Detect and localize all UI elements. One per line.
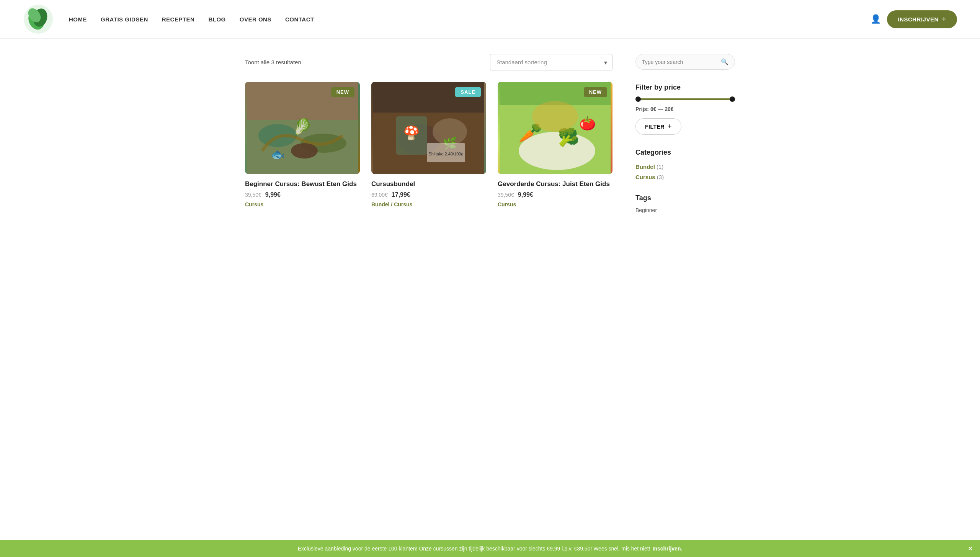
tags-title: Tags xyxy=(635,194,735,202)
filter-by-price-title: Filter by price xyxy=(635,83,735,91)
svg-text:🐟: 🐟 xyxy=(271,148,285,162)
filter-by-price-section: Filter by price Prijs: 0€ — 20€ FILTER + xyxy=(635,83,735,135)
product-category-link-2a[interactable]: Bundel xyxy=(371,201,389,207)
price-max-value: 20€ xyxy=(665,106,673,112)
categories-section: Categories Bundel (1) Cursus (3) xyxy=(635,149,735,180)
product-title-2: Cursusbundel xyxy=(371,180,486,188)
category-list: Bundel (1) Cursus (3) xyxy=(635,163,735,180)
nav-home[interactable]: HOME xyxy=(69,16,87,23)
product-category-3[interactable]: Cursus xyxy=(498,201,612,207)
inschrijven-label: INSCHRIJVEN xyxy=(898,16,938,23)
product-price-2: 69,00€ 17,99€ xyxy=(371,191,486,198)
category-count-cursus-val: (3) xyxy=(657,174,664,180)
price-label-text: Prijs: xyxy=(635,106,649,112)
main-nav: HOME GRATIS GIDSEN RECEPTEN BLOG OVER ON… xyxy=(69,16,871,23)
main-container: Toont alle 3 resultaten Standaard sorter… xyxy=(222,39,758,243)
product-image-wrapper-1: 🥬 🐟 NEW xyxy=(245,82,360,174)
logo[interactable] xyxy=(23,4,54,34)
category-name-cursus: Cursus xyxy=(635,174,655,180)
product-price-new-3: 9,99€ xyxy=(518,191,533,198)
product-title-3: Gevorderde Cursus: Juist Eten Gids xyxy=(498,180,612,188)
product-badge-1: NEW xyxy=(331,87,354,97)
tag-link-beginner[interactable]: Beginner xyxy=(635,207,657,213)
product-card-3[interactable]: 🥕 🥦 🍅 NEW Gevorderde Cursus: Juist Eten … xyxy=(498,82,612,207)
product-price-1: 39,50€ 9,99€ xyxy=(245,191,360,198)
product-price-old-2: 69,00€ xyxy=(371,192,388,198)
filter-plus-icon: + xyxy=(668,123,672,131)
categories-title: Categories xyxy=(635,149,735,157)
product-price-old-3: 39,50€ xyxy=(498,192,514,198)
price-arrow: — xyxy=(658,106,663,112)
product-grid: 🥬 🐟 NEW Beginner Cursus: Bewust Eten Gid… xyxy=(245,82,612,207)
price-label: Prijs: 0€ — 20€ xyxy=(635,106,735,112)
account-icon[interactable]: 👤 xyxy=(871,14,881,24)
category-name-bundel: Bundel xyxy=(635,163,655,170)
search-input[interactable] xyxy=(642,59,721,65)
header-right: 👤 INSCHRIJVEN + xyxy=(871,10,957,28)
category-separator-2: / xyxy=(391,201,394,207)
inschrijven-plus-icon: + xyxy=(942,15,946,24)
product-price-new-1: 9,99€ xyxy=(265,191,281,198)
sidebar: 🔍 Filter by price Prijs: 0€ — 20€ FILTER… xyxy=(635,54,735,227)
product-badge-2: SALE xyxy=(455,87,481,97)
inschrijven-button[interactable]: INSCHRIJVEN + xyxy=(887,10,957,28)
product-badge-3: NEW xyxy=(584,87,607,97)
svg-text:🍅: 🍅 xyxy=(579,115,596,131)
category-link-cursus[interactable]: Cursus (3) xyxy=(635,174,664,180)
nav-recepten[interactable]: RECEPTEN xyxy=(162,16,195,23)
product-card-2[interactable]: 🍄 🌿 Shiitake 2.40/100g SALE Cursusbundel… xyxy=(371,82,486,207)
product-category-1[interactable]: Cursus xyxy=(245,201,360,207)
sort-select[interactable]: Standaard sorteringSorteren op popularit… xyxy=(490,54,612,70)
price-slider-track[interactable] xyxy=(635,98,735,100)
product-category-link-3[interactable]: Cursus xyxy=(498,201,516,207)
tags-section: Tags Beginner xyxy=(635,194,735,214)
product-title-1: Beginner Cursus: Bewust Eten Gids xyxy=(245,180,360,188)
category-item-bundel: Bundel (1) xyxy=(635,163,735,170)
product-price-3: 39,50€ 9,99€ xyxy=(498,191,612,198)
svg-text:Shiitake 2.40/100g: Shiitake 2.40/100g xyxy=(428,152,463,156)
price-slider-thumb-left[interactable] xyxy=(635,96,641,102)
product-category-2[interactable]: Bundel / Cursus xyxy=(371,201,486,207)
svg-text:🥬: 🥬 xyxy=(293,117,312,136)
products-area: Toont alle 3 resultaten Standaard sorter… xyxy=(245,54,612,227)
price-min-value: 0€ xyxy=(650,106,657,112)
svg-point-26 xyxy=(532,101,578,132)
product-price-old-1: 39,50€ xyxy=(245,192,261,198)
category-link-bundel[interactable]: Bundel (1) xyxy=(635,163,663,170)
category-item-cursus: Cursus (3) xyxy=(635,174,735,180)
sort-wrapper: Standaard sorteringSorteren op popularit… xyxy=(490,54,612,70)
search-box: 🔍 xyxy=(635,54,735,70)
product-price-new-2: 17,99€ xyxy=(392,191,410,198)
svg-point-8 xyxy=(291,143,318,158)
product-card-1[interactable]: 🥬 🐟 NEW Beginner Cursus: Bewust Eten Gid… xyxy=(245,82,360,207)
header: HOME GRATIS GIDSEN RECEPTEN BLOG OVER ON… xyxy=(0,0,980,39)
nav-over-ons[interactable]: OVER ONS xyxy=(240,16,271,23)
price-slider-thumb-right[interactable] xyxy=(730,96,735,102)
filter-button[interactable]: FILTER + xyxy=(635,118,681,135)
product-image-wrapper-2: 🍄 🌿 Shiitake 2.40/100g SALE xyxy=(371,82,486,174)
filter-label: FILTER xyxy=(645,124,665,130)
product-category-link-1[interactable]: Cursus xyxy=(245,201,263,207)
product-category-link-2b[interactable]: Cursus xyxy=(394,201,412,207)
nav-contact[interactable]: CONTACT xyxy=(285,16,314,23)
svg-text:🍄: 🍄 xyxy=(403,125,420,141)
search-icon[interactable]: 🔍 xyxy=(721,58,728,65)
products-header: Toont alle 3 resultaten Standaard sorter… xyxy=(245,54,612,70)
product-image-wrapper-3: 🥕 🥦 🍅 NEW xyxy=(498,82,612,174)
nav-gratis-gidsen[interactable]: GRATIS GIDSEN xyxy=(101,16,148,23)
category-count-bundel-val: (1) xyxy=(657,163,663,170)
results-count: Toont alle 3 resultaten xyxy=(245,59,301,65)
nav-blog[interactable]: BLOG xyxy=(208,16,225,23)
